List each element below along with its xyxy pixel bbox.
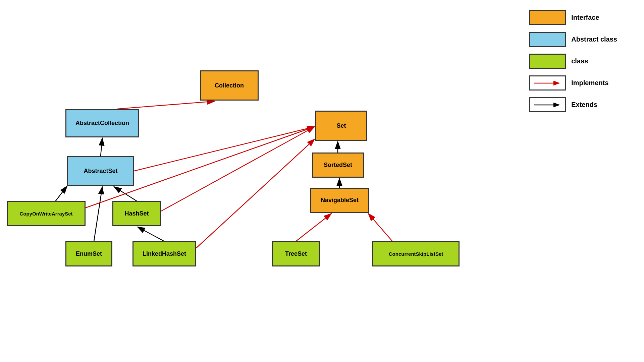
node-set: Set (315, 111, 367, 141)
legend-interface: Interface (529, 10, 617, 25)
node-abstractset-label: AbstractSet (84, 168, 117, 175)
legend-abstract-class: Abstract class (529, 32, 617, 47)
node-linkedhashset: LinkedHashSet (132, 241, 196, 266)
node-treeset: TreeSet (272, 241, 320, 266)
legend-implements: Implements (529, 75, 617, 90)
svg-line-9 (117, 101, 215, 109)
legend-abstract-class-box (529, 32, 566, 47)
node-copyonwritearrayset-label: CopyOnWriteArraySet (19, 211, 72, 217)
svg-line-14 (368, 214, 392, 241)
node-abstractcollection-label: AbstractCollection (75, 120, 129, 127)
legend: Interface Abstract class class (529, 10, 617, 112)
svg-line-6 (94, 187, 102, 241)
svg-line-13 (296, 214, 331, 241)
node-abstractcollection: AbstractCollection (65, 109, 139, 137)
svg-line-10 (134, 127, 315, 171)
node-enumset-label: EnumSet (76, 250, 102, 257)
svg-line-11 (161, 127, 315, 211)
node-hashset: HashSet (112, 201, 161, 226)
svg-line-15 (196, 139, 315, 248)
legend-extends: Extends (529, 97, 617, 112)
svg-line-5 (114, 187, 137, 201)
legend-interface-box (529, 10, 566, 25)
node-concurrentskiplistset: ConcurrentSkipListSet (372, 241, 460, 266)
legend-implements-arrow (532, 80, 562, 86)
legend-extends-label: Extends (571, 101, 597, 109)
node-sortedset: SortedSet (312, 153, 364, 178)
node-enumset: EnumSet (65, 241, 112, 266)
node-treeset-label: TreeSet (285, 250, 307, 257)
legend-extends-arrow (532, 102, 562, 108)
legend-implements-label: Implements (571, 79, 608, 87)
svg-line-2 (101, 138, 102, 156)
legend-abstract-class-label: Abstract class (571, 36, 617, 43)
node-navigableset-label: NavigableSet (321, 197, 359, 204)
legend-class-label: class (571, 57, 588, 65)
node-abstractset: AbstractSet (67, 156, 134, 186)
node-navigableset: NavigableSet (310, 188, 369, 213)
legend-interface-label: Interface (571, 14, 599, 21)
legend-class: class (529, 54, 617, 69)
legend-implements-box (529, 75, 566, 90)
legend-extends-box (529, 97, 566, 112)
legend-class-box (529, 54, 566, 69)
node-collection-label: Collection (215, 82, 244, 89)
node-concurrentskiplistset-label: ConcurrentSkipListSet (389, 251, 443, 257)
node-hashset-label: HashSet (124, 210, 149, 217)
node-collection: Collection (200, 70, 259, 101)
svg-line-7 (138, 227, 164, 241)
diagram-container: Collection Set SortedSet NavigableSet Ab… (0, 0, 644, 362)
node-copyonwritearrayset: CopyOnWriteArraySet (7, 201, 86, 226)
node-set-label: Set (336, 122, 346, 129)
node-sortedset-label: SortedSet (324, 162, 352, 169)
node-linkedhashset-label: LinkedHashSet (143, 250, 186, 257)
